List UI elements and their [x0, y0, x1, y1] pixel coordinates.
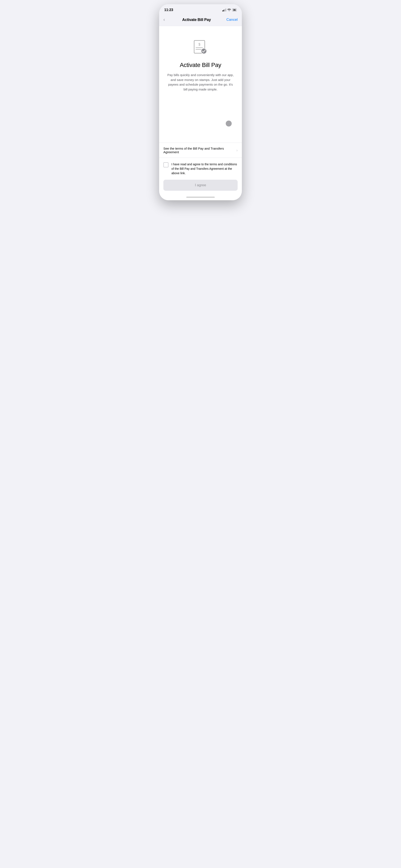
home-indicator: [159, 195, 242, 200]
status-bar: 11:23 36: [159, 4, 242, 14]
signal-bar-1: [222, 10, 223, 11]
bill-pay-icon: $: [192, 39, 209, 56]
nav-title: Activate Bill Pay: [182, 18, 211, 22]
scroll-dot: [226, 121, 232, 126]
agree-checkbox[interactable]: [163, 162, 169, 167]
main-content: $ Activate Bill Pay Pay bills quickly an…: [159, 26, 242, 143]
agree-button[interactable]: I agree: [163, 180, 238, 191]
cancel-button[interactable]: Cancel: [226, 18, 238, 22]
terms-link-text: See the terms of the Bill Pay and Transf…: [163, 147, 236, 154]
home-bar: [186, 197, 215, 198]
status-icons: 36: [222, 8, 237, 12]
signal-bars-icon: [222, 8, 226, 11]
terms-link-row[interactable]: See the terms of the Bill Pay and Transf…: [159, 143, 242, 158]
signal-bar-3: [225, 9, 225, 11]
agreement-text: I have read and agree to the terms and c…: [171, 162, 238, 176]
chevron-right-icon: ›: [236, 148, 238, 153]
svg-point-5: [201, 49, 206, 54]
svg-text:$: $: [199, 42, 200, 46]
signal-bar-2: [223, 10, 224, 11]
scroll-indicator-area: [166, 104, 235, 143]
agreement-row: I have read and agree to the terms and c…: [159, 158, 242, 179]
status-time: 11:23: [164, 8, 173, 12]
bottom-section: See the terms of the Bill Pay and Transf…: [159, 143, 242, 195]
nav-bar: ‹ Activate Bill Pay Cancel: [159, 14, 242, 26]
page-description: Pay bills quickly and conveniently with …: [166, 73, 235, 92]
battery-icon: 36: [232, 8, 237, 12]
phone-frame: 11:23 36 ‹ Activate Bill Pay Ca: [159, 4, 242, 200]
back-button[interactable]: ‹: [163, 16, 167, 23]
signal-bar-4: [226, 8, 226, 11]
wifi-icon: [227, 8, 231, 12]
battery-level: 36: [233, 9, 236, 11]
page-title: Activate Bill Pay: [180, 62, 221, 68]
